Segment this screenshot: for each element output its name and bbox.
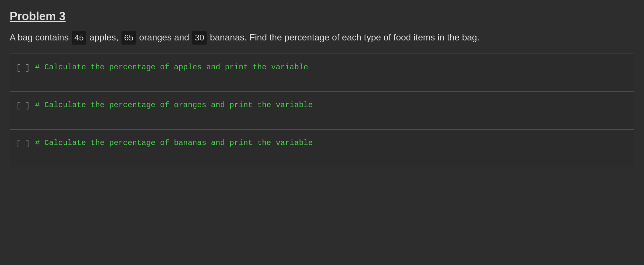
apple-count-badge: 45 [72,31,86,45]
page-container: Problem 3 A bag contains 45 apples, 65 o… [0,0,644,177]
cell-indicator-1: [ ] [16,64,30,72]
cell-indicator-2: [ ] [16,101,30,110]
code-cell-apples[interactable]: [ ] # Calculate the percentage of apples… [10,54,634,91]
orange-count-badge: 65 [121,31,136,45]
banana-count-badge: 30 [192,31,207,45]
problem-description: A bag contains 45 apples, 65 oranges and… [10,31,634,45]
cell-code-bananas[interactable]: # Calculate the percentage of bananas an… [35,139,313,147]
cell-code-apples[interactable]: # Calculate the percentage of apples and… [35,63,308,72]
desc-mid2: oranges and [139,32,189,42]
cell-indicator-3: [ ] [16,139,30,148]
problem-title: Problem 3 [10,10,634,23]
code-cell-bananas[interactable]: [ ] # Calculate the percentage of banana… [10,130,634,167]
desc-mid1: apples, [89,32,118,42]
code-cell-oranges[interactable]: [ ] # Calculate the percentage of orange… [10,92,634,129]
desc-before: A bag contains [10,32,69,42]
cell-code-oranges[interactable]: # Calculate the percentage of oranges an… [35,101,313,109]
desc-after: bananas. Find the percentage of each typ… [210,32,479,42]
